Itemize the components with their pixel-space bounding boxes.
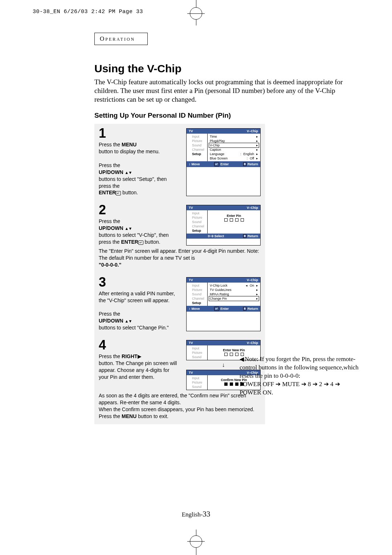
osd-screenshot-1: TVV–Chip Input Picture Sound Channel Set… [186, 128, 261, 196]
crop-mark-bottom-cross [187, 541, 205, 542]
step-4-number: 4 [99, 339, 180, 352]
crop-mark-top-cross [187, 13, 205, 14]
osd-screenshot-2: TVV–Chip Input Picture Sound Channel Set… [186, 205, 261, 246]
updown-icon: ▲▼ [125, 226, 132, 231]
step-4-text: Press the RIGHT▶ button. The Change pin … [99, 353, 180, 381]
step-2-text: Press the UP/DOWN ▲▼ buttons to select "… [99, 218, 180, 246]
step-2-panel: 2 Press the UP/DOWN ▲▼ buttons to select… [94, 200, 265, 272]
step-4-post: As soon as the 4 digits are entered, the… [99, 392, 261, 420]
enter-icon: ↵ [138, 240, 143, 245]
prepress-header: 30-38_EN 6/26/03 2:42 PM Page 33 [33, 9, 143, 15]
step-1-number: 1 [99, 127, 180, 140]
step-1-text: Press the MENU button to display the men… [99, 141, 180, 196]
page-footer: English-33 [0, 510, 392, 519]
updown-icon: ▲▼ [125, 319, 132, 323]
step-2-number: 2 [99, 203, 180, 216]
section-label: Operation [94, 33, 148, 45]
intro-paragraph: The V-Chip feature automatically locks o… [94, 78, 356, 104]
enter-icon: ↵ [116, 191, 121, 195]
right-icon: ▶ [138, 353, 142, 359]
updown-icon: ▲▼ [125, 170, 132, 175]
subheading: Setting Up Your Personal ID Number (Pin) [94, 112, 356, 119]
step-3-panel: 3 After entering a valid PIN number, the… [94, 273, 265, 336]
osd-screenshot-3: TVV–Chip Input Picture Sound Channel Set… [186, 277, 261, 331]
step-3-text: After entering a valid PIN number, the "… [99, 290, 180, 331]
side-note: ◀Note: If you forget the Pin, press the … [240, 355, 359, 397]
step-3-number: 3 [99, 276, 180, 289]
left-triangle-icon: ◀ [240, 356, 244, 362]
step-2-post: The "Enter Pin" screen will appear. Ente… [99, 248, 261, 268]
crop-mark-bottom-circle [190, 535, 202, 548]
step-1-panel: 1 Press the MENU button to display the m… [94, 124, 265, 200]
page-title: Using the V-Chip [94, 62, 356, 75]
